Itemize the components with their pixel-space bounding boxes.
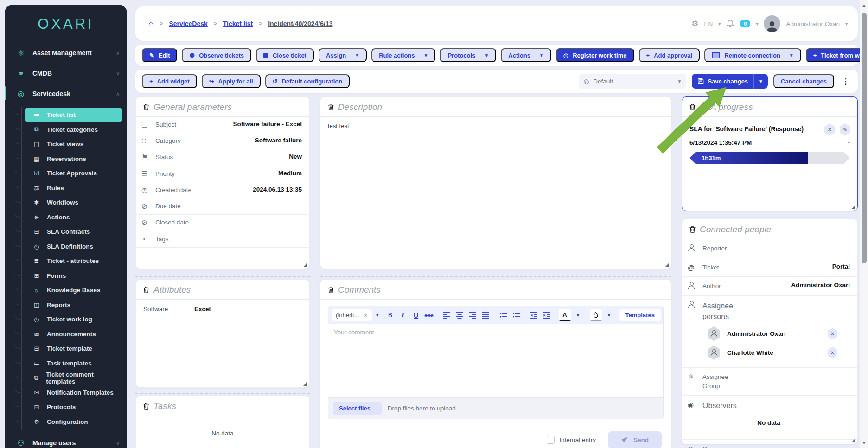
trash-icon[interactable] xyxy=(142,402,150,410)
trash-icon[interactable] xyxy=(327,286,335,294)
file-upload-zone[interactable]: Select files... Drop files here to uploa… xyxy=(328,397,663,419)
sidebar-item-cmdb[interactable]: ⚭ CMDB ∨ xyxy=(5,63,127,83)
chevron-down-icon[interactable]: ▾ xyxy=(756,21,758,26)
rule-actions-dropdown-button[interactable]: Rule actions▼ xyxy=(371,48,435,62)
sidebar-subitem[interactable]: ⧉ Ticket comment templates xyxy=(25,371,122,385)
cancel-changes-button[interactable]: Cancel changes xyxy=(773,74,834,88)
breadcrumb-link-servicedesk[interactable]: ServiceDesk xyxy=(169,20,208,27)
internal-entry-checkbox[interactable] xyxy=(547,436,555,444)
sidebar-subitem[interactable]: ⊞ Forms xyxy=(25,269,122,283)
sidebar-item-asset-management[interactable]: ⚛ Asset Management ∨ xyxy=(5,43,127,63)
reporter-row[interactable]: Reporter xyxy=(682,239,857,258)
register-work-time-button[interactable]: ◷Register work time xyxy=(556,48,634,62)
parameter-row[interactable]: ◷ Created date 2024.06.13 13:35 xyxy=(136,182,309,198)
resize-handle[interactable] xyxy=(303,382,307,386)
bold-button[interactable]: B xyxy=(384,309,396,321)
sidebar-subitem[interactable]: ⚙ Configuration xyxy=(25,415,122,429)
trash-icon[interactable] xyxy=(142,286,150,294)
sidebar-subitem[interactable]: ✱ Workflows xyxy=(25,195,122,210)
edit-button[interactable]: ✎Edit xyxy=(142,48,177,62)
sidebar-subitem[interactable]: ⚖ Rules xyxy=(25,181,122,196)
parameter-row[interactable]: ◔ Tags xyxy=(136,231,309,248)
highlight-color-caret[interactable]: ▼ xyxy=(604,309,615,321)
scroll-down-icon[interactable]: ▼ xyxy=(860,440,868,445)
bell-icon[interactable] xyxy=(726,19,734,28)
align-justify-button[interactable] xyxy=(480,309,491,321)
font-family-select[interactable]: (inherit... ✕ xyxy=(332,309,372,321)
outdent-button[interactable] xyxy=(528,309,540,321)
actions-dropdown-button[interactable]: Actions▼ xyxy=(501,48,551,62)
default-configuration-button[interactable]: ↺Default configuration xyxy=(265,74,350,88)
parameter-row[interactable]: ⚑ Status New xyxy=(136,149,309,166)
protocols-dropdown-button[interactable]: Protocols▼ xyxy=(440,48,496,62)
scroll-up-icon[interactable]: ▲ xyxy=(860,3,868,8)
parameter-row[interactable]: ⊘ Due date xyxy=(136,198,309,215)
align-left-button[interactable] xyxy=(441,309,453,321)
sidebar-subitem[interactable]: ≔ Task templates xyxy=(25,356,122,371)
text-color-button[interactable]: A xyxy=(559,309,571,321)
settings-gear-icon[interactable]: ⚙ xyxy=(691,19,698,29)
parameter-row[interactable]: ⊘ Closed date xyxy=(136,215,309,231)
sidebar-subitem[interactable]: ⊕ Actions xyxy=(25,210,122,225)
sidebar-subitem[interactable]: ✉ Announcements xyxy=(25,327,122,342)
remove-assignee-button[interactable]: ✕ xyxy=(827,347,838,358)
sidebar-subitem[interactable]: ◴ Ticket work log xyxy=(25,312,122,327)
parameter-row[interactable]: ∷ Category Software failure xyxy=(136,133,309,149)
sidebar-item-manage-users[interactable]: ⚇ Manage users ∨ xyxy=(5,433,127,448)
view-select[interactable]: ◎ Default ▼ xyxy=(579,74,686,89)
remove-assignee-button[interactable]: ✕ xyxy=(827,328,838,339)
trash-icon[interactable] xyxy=(689,225,696,234)
sidebar-subitem[interactable]: ◷ SLA Definitions xyxy=(25,239,122,254)
observe-tickets-button[interactable]: ⚉Observe tickets xyxy=(182,48,251,62)
trash-icon[interactable] xyxy=(142,103,150,111)
sidebar-subitem[interactable]: ⊟ SLA Contracts xyxy=(25,224,122,239)
sidebar-subitem[interactable]: ≣ Ticket - attributes xyxy=(25,254,122,269)
ticket-from-warehouse-button[interactable]: +Ticket from warehouse xyxy=(806,48,868,62)
strikethrough-button[interactable]: abc xyxy=(423,309,435,321)
templates-button[interactable]: Templates xyxy=(619,309,661,321)
edit-sla-button[interactable]: ✎ xyxy=(839,123,851,136)
trash-icon[interactable] xyxy=(327,103,335,111)
comment-input[interactable]: Your comment xyxy=(328,324,663,397)
bullet-list-button[interactable] xyxy=(498,309,509,321)
assign-dropdown-button[interactable]: Assign▼ xyxy=(319,48,367,62)
add-widget-button[interactable]: +Add widget xyxy=(142,74,197,88)
assignee-group-row[interactable]: ⚛ Assignee Group xyxy=(682,368,857,396)
remote-connection-dropdown-button[interactable]: Remote connection▼ xyxy=(704,48,801,62)
align-right-button[interactable] xyxy=(467,309,479,321)
close-ticket-button[interactable]: Close ticket xyxy=(256,48,314,62)
scrollbar-thumb[interactable] xyxy=(862,13,867,263)
align-center-button[interactable] xyxy=(454,309,466,321)
trash-icon[interactable] xyxy=(689,103,696,111)
sidebar-subitem[interactable]: ▤ Ticket views xyxy=(25,137,122,152)
font-family-caret[interactable]: ▼ xyxy=(375,309,380,321)
chevron-down-icon[interactable]: ▾ xyxy=(845,21,848,26)
sidebar-subitem[interactable]: ☼ Knowledge Bases xyxy=(25,283,122,298)
resize-handle[interactable] xyxy=(851,205,855,209)
chevron-down-icon[interactable]: ▾ xyxy=(718,21,721,26)
select-files-button[interactable]: Select files... xyxy=(333,402,382,415)
sidebar-item-servicedesk[interactable]: ◎ Servicedesk ∧ xyxy=(5,83,127,104)
italic-button[interactable]: I xyxy=(397,309,409,321)
resize-handle[interactable] xyxy=(851,439,855,442)
sidebar-subitem[interactable]: ◫ Reports xyxy=(25,298,122,313)
send-button[interactable]: Send xyxy=(608,431,662,448)
sidebar-subitem[interactable]: ⊟ Protocols xyxy=(25,400,122,415)
avatar[interactable] xyxy=(764,15,780,32)
more-options-icon[interactable]: ⋮ xyxy=(840,77,851,86)
save-changes-button[interactable]: Save changes ▼ xyxy=(692,74,768,89)
add-approval-button[interactable]: +Add approval xyxy=(639,48,700,62)
apply-for-all-button[interactable]: ↪Apply for all xyxy=(202,74,261,88)
indent-button[interactable] xyxy=(541,309,553,321)
text-color-caret[interactable]: ▼ xyxy=(573,309,584,321)
underline-button[interactable]: U xyxy=(410,309,422,321)
sidebar-subitem[interactable]: ⧉ Ticket categories xyxy=(25,122,122,137)
clear-font-icon[interactable]: ✕ xyxy=(364,312,368,319)
home-icon[interactable]: ⌂ xyxy=(148,19,153,29)
numbered-list-button[interactable] xyxy=(511,309,522,321)
resize-handle[interactable] xyxy=(665,263,669,267)
language-selector[interactable]: EN xyxy=(704,20,713,27)
breadcrumb-link-ticket-list[interactable]: Ticket list xyxy=(223,20,253,27)
user-name[interactable]: Administrator Oxari xyxy=(786,20,840,27)
sidebar-subitem[interactable]: ≔ Ticket list xyxy=(25,108,122,122)
